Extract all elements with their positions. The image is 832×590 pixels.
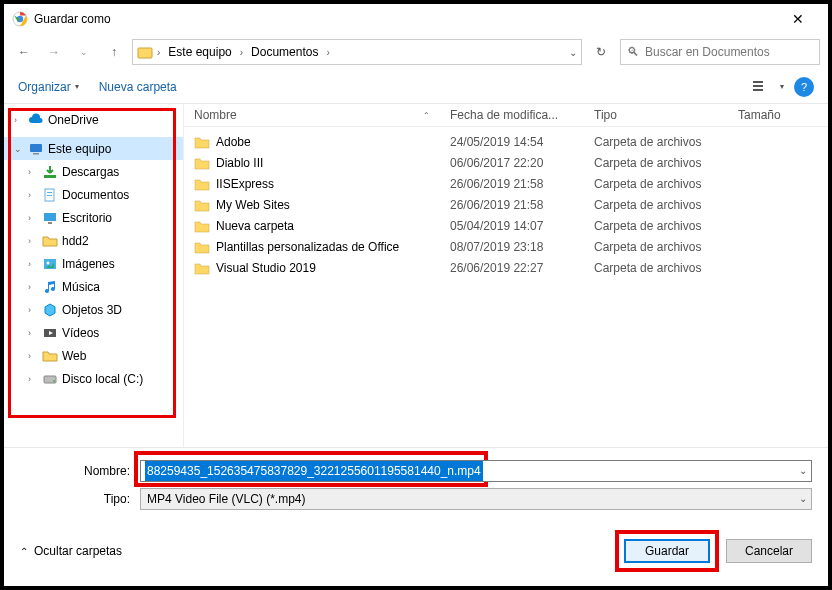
organize-button[interactable]: Organizar ▾ xyxy=(18,80,79,94)
sidebar-item-label: Este equipo xyxy=(48,142,111,156)
column-headers: Nombre⌃ Fecha de modifica... Tipo Tamaño xyxy=(184,104,828,127)
highlight-box: Guardar xyxy=(615,530,719,572)
breadcrumb-root[interactable]: Este equipo xyxy=(164,45,235,59)
chevron-down-icon[interactable]: ⌄ xyxy=(799,493,807,504)
new-folder-button[interactable]: Nueva carpeta xyxy=(99,80,177,94)
chevron-icon[interactable]: › xyxy=(28,374,38,384)
filename-input[interactable]: 88259435_152635475837829_322125560119558… xyxy=(140,460,812,482)
column-type[interactable]: Tipo xyxy=(594,108,738,122)
pc-icon xyxy=(28,141,44,157)
sidebar-item-hdd2[interactable]: ›hdd2 xyxy=(4,229,183,252)
breadcrumb-folder[interactable]: Documentos xyxy=(247,45,322,59)
forward-button[interactable]: → xyxy=(42,40,66,64)
chevron-right-icon: › xyxy=(326,47,329,58)
hide-folders-button[interactable]: ⌃ Ocultar carpetas xyxy=(20,544,122,558)
action-bar: ⌃ Ocultar carpetas Guardar Cancelar xyxy=(4,524,828,586)
folder-icon xyxy=(194,198,210,212)
chevron-icon[interactable]: › xyxy=(28,190,38,200)
table-row[interactable]: IISExpress26/06/2019 21:58Carpeta de arc… xyxy=(194,173,818,194)
sidebar-item-label: hdd2 xyxy=(62,234,89,248)
back-button[interactable]: ← xyxy=(12,40,36,64)
file-type: Carpeta de archivos xyxy=(594,135,738,149)
sidebar-item-descargas[interactable]: ›Descargas xyxy=(4,160,183,183)
svg-rect-11 xyxy=(47,195,52,196)
table-row[interactable]: Nueva carpeta05/04/2019 14:07Carpeta de … xyxy=(194,215,818,236)
type-label: Tipo: xyxy=(20,492,140,506)
file-type: Carpeta de archivos xyxy=(594,156,738,170)
sidebar-item-label: Descargas xyxy=(62,165,119,179)
chevron-icon[interactable]: › xyxy=(28,259,38,269)
3d-icon xyxy=(42,302,58,318)
sidebar-item-v-deos[interactable]: ›Vídeos xyxy=(4,321,183,344)
chevron-icon[interactable]: › xyxy=(28,351,38,361)
file-name: Plantillas personalizadas de Office xyxy=(216,240,399,254)
sidebar-item-este-equipo[interactable]: ⌄Este equipo xyxy=(4,137,183,160)
chevron-icon[interactable]: › xyxy=(28,282,38,292)
chevron-right-icon: › xyxy=(157,47,160,58)
file-date: 26/06/2019 21:58 xyxy=(450,198,594,212)
svg-rect-4 xyxy=(753,85,763,87)
file-name: IISExpress xyxy=(216,177,274,191)
sidebar-item-label: Documentos xyxy=(62,188,129,202)
file-date: 08/07/2019 23:18 xyxy=(450,240,594,254)
folder-icon xyxy=(42,233,58,249)
breadcrumb[interactable]: › Este equipo › Documentos › ⌄ xyxy=(132,39,582,65)
video-icon xyxy=(42,325,58,341)
folder-icon xyxy=(42,348,58,364)
sidebar-item-im-genes[interactable]: ›Imágenes xyxy=(4,252,183,275)
up-button[interactable]: ↑ xyxy=(102,40,126,64)
search-input[interactable]: 🔍︎ Buscar en Documentos xyxy=(620,39,820,65)
svg-point-15 xyxy=(47,261,50,264)
table-row[interactable]: Adobe24/05/2019 14:54Carpeta de archivos xyxy=(194,131,818,152)
chevron-icon[interactable]: › xyxy=(14,115,24,125)
chevron-icon[interactable]: › xyxy=(28,305,38,315)
breadcrumb-dropdown[interactable]: ⌄ xyxy=(569,47,577,58)
view-options-button[interactable] xyxy=(752,78,770,96)
sidebar-item-m-sica[interactable]: ›Música xyxy=(4,275,183,298)
sidebar-item-documentos[interactable]: ›Documentos xyxy=(4,183,183,206)
table-row[interactable]: My Web Sites26/06/2019 21:58Carpeta de a… xyxy=(194,194,818,215)
file-name: Adobe xyxy=(216,135,251,149)
sidebar-item-escritorio[interactable]: ›Escritorio xyxy=(4,206,183,229)
chevron-icon[interactable]: › xyxy=(28,213,38,223)
column-date[interactable]: Fecha de modifica... xyxy=(450,108,594,122)
save-button[interactable]: Guardar xyxy=(624,539,710,563)
column-size[interactable]: Tamaño xyxy=(738,108,818,122)
chrome-icon xyxy=(12,11,28,27)
save-dialog: Guardar como ✕ ← → ⌄ ↑ › Este equipo › D… xyxy=(4,4,828,586)
file-name: Visual Studio 2019 xyxy=(216,261,316,275)
chevron-right-icon: › xyxy=(240,47,243,58)
cancel-button[interactable]: Cancelar xyxy=(726,539,812,563)
folder-icon xyxy=(194,261,210,275)
svg-rect-13 xyxy=(48,222,52,224)
help-button[interactable]: ? xyxy=(794,77,814,97)
file-name: Diablo III xyxy=(216,156,263,170)
chevron-icon[interactable]: › xyxy=(28,328,38,338)
toolbar: Organizar ▾ Nueva carpeta ▾ ? xyxy=(4,70,828,104)
folder-icon xyxy=(194,219,210,233)
chevron-down-icon[interactable]: ⌄ xyxy=(799,465,807,476)
svg-rect-5 xyxy=(753,89,763,91)
sidebar-item-disco-local-c-[interactable]: ›Disco local (C:) xyxy=(4,367,183,390)
svg-rect-6 xyxy=(30,144,42,152)
close-button[interactable]: ✕ xyxy=(776,11,820,27)
chevron-icon[interactable]: ⌄ xyxy=(14,144,24,154)
table-row[interactable]: Diablo III06/06/2017 22:20Carpeta de arc… xyxy=(194,152,818,173)
chevron-down-icon[interactable]: ▾ xyxy=(780,82,784,91)
filetype-select[interactable]: MP4 Video File (VLC) (*.mp4) ⌄ xyxy=(140,488,812,510)
file-type: Carpeta de archivos xyxy=(594,261,738,275)
sidebar: ›OneDrive⌄Este equipo›Descargas›Document… xyxy=(4,104,184,447)
sidebar-item-onedrive[interactable]: ›OneDrive xyxy=(4,108,183,131)
sidebar-item-web[interactable]: ›Web xyxy=(4,344,183,367)
sidebar-item-objetos-3d[interactable]: ›Objetos 3D xyxy=(4,298,183,321)
table-row[interactable]: Plantillas personalizadas de Office08/07… xyxy=(194,236,818,257)
download-icon xyxy=(42,164,58,180)
chevron-up-icon: ⌃ xyxy=(20,546,28,557)
column-name[interactable]: Nombre⌃ xyxy=(194,108,450,122)
chevron-icon[interactable]: › xyxy=(28,167,38,177)
chevron-icon[interactable]: › xyxy=(28,236,38,246)
refresh-button[interactable]: ↻ xyxy=(588,39,614,65)
table-row[interactable]: Visual Studio 201926/06/2019 22:27Carpet… xyxy=(194,257,818,278)
cloud-icon xyxy=(28,112,44,128)
recent-dropdown[interactable]: ⌄ xyxy=(72,40,96,64)
